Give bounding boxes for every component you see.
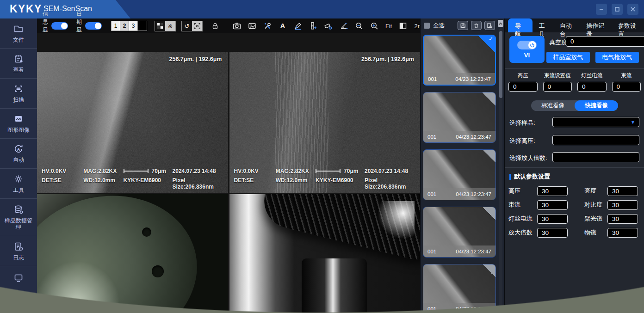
sidebar-item-sample-data[interactable]: 样品数据管理 xyxy=(0,199,37,236)
close-icon xyxy=(630,6,636,12)
add-text-button[interactable]: A xyxy=(277,20,288,31)
param-hv-input[interactable] xyxy=(537,186,568,196)
scroll-up-button[interactable] xyxy=(498,20,503,27)
tab-auto-stage[interactable]: 自动台 xyxy=(556,18,580,32)
thumbnail-item[interactable]: 001 04/23 12:23:47 xyxy=(423,207,496,258)
sidebar-item-log[interactable]: 日志 xyxy=(0,236,37,266)
tools-icon xyxy=(263,21,272,31)
grid-mode-group: ※ xyxy=(155,21,176,31)
preview-images-button[interactable] xyxy=(484,21,495,30)
refresh-scan-button[interactable]: ↺ xyxy=(182,21,192,31)
param-row: 束流 对比度 xyxy=(508,200,642,210)
checker-layout-button[interactable] xyxy=(155,21,165,31)
save-images-button[interactable] xyxy=(458,21,468,30)
quick-imaging-button[interactable]: 快捷看像 xyxy=(575,100,618,111)
param-label-contrast: 对比度 xyxy=(584,201,607,209)
wd-readout: WD:12.0mm xyxy=(276,177,316,190)
beam-input[interactable] xyxy=(612,82,641,92)
split-view-button[interactable] xyxy=(397,20,409,31)
eraser-visibility-button[interactable] xyxy=(323,20,334,31)
stage-camera-view[interactable] xyxy=(37,194,228,313)
thumbnail-caption: 001 04/23 12:23:47 xyxy=(423,245,495,257)
sem-image-2[interactable]: 256.7μm. | 192.6μm HV:0.0KV MAG:2.82KX 7… xyxy=(229,52,421,193)
tab-operation-log[interactable]: 操作记录 xyxy=(582,18,612,32)
close-button[interactable] xyxy=(627,4,638,15)
date-display-toggle[interactable] xyxy=(85,22,102,30)
standard-imaging-button[interactable]: 标准看像 xyxy=(531,100,575,111)
param-label-brightness: 亮度 xyxy=(584,187,607,195)
filament-input[interactable] xyxy=(577,82,607,92)
param-objective-input[interactable] xyxy=(607,228,638,238)
sidebar-item-files[interactable]: 文件 xyxy=(0,18,37,49)
param-magnification-input[interactable] xyxy=(537,228,568,238)
image-adjust-button[interactable] xyxy=(247,20,258,31)
tab-tools[interactable]: 工具 xyxy=(534,18,553,32)
measure-button[interactable] xyxy=(308,20,319,31)
chamber-highlight xyxy=(376,201,415,241)
sidebar-item-more[interactable] xyxy=(0,266,37,313)
param-brightness-input[interactable] xyxy=(607,186,638,196)
sidebar-item-scan[interactable]: 扫描 xyxy=(0,79,37,109)
beam-set-input[interactable] xyxy=(543,82,572,92)
thumbnail-caption: 001 04/23 12:23:47 xyxy=(423,188,495,200)
scan-icon xyxy=(13,84,24,94)
capture-photo-button[interactable] xyxy=(231,20,242,31)
scale-bar-value: 70μm xyxy=(152,168,166,174)
dot-grid-button[interactable]: ※ xyxy=(165,21,175,31)
tools-button[interactable] xyxy=(262,20,273,31)
fit-button[interactable]: Fit xyxy=(385,23,392,30)
sidebar-item-images[interactable]: 图形图像 xyxy=(0,109,37,139)
param-beam-input[interactable] xyxy=(537,200,568,210)
thumbnail-item[interactable]: 001 04/23 12:23:47 xyxy=(423,92,496,143)
select-hv-field[interactable] xyxy=(552,135,639,145)
sem-image-1[interactable]: 256.7μm. | 192.6μm HV:0.0KV MAG:2.82KX 7… xyxy=(37,52,228,193)
vi-power-card[interactable]: VI xyxy=(509,36,545,63)
maximize-button[interactable] xyxy=(612,4,623,15)
stage-hole xyxy=(142,227,151,237)
tab-navigation[interactable]: 导航 xyxy=(508,18,533,32)
gear-icon xyxy=(13,174,24,184)
zoom-out-button[interactable] xyxy=(353,20,365,31)
check-icon: ✓ xyxy=(489,36,493,42)
lock-button[interactable] xyxy=(210,20,221,31)
param-filament-input[interactable] xyxy=(537,214,568,224)
scale-bar-value: 70μm xyxy=(344,168,358,174)
eraser-eye-icon xyxy=(324,21,333,31)
vi-toggle[interactable] xyxy=(517,41,537,49)
view-3-button[interactable]: 3 xyxy=(129,21,138,31)
select-mag-field[interactable] xyxy=(552,152,639,162)
view-1-button[interactable]: 1 xyxy=(111,21,120,31)
vent-gun-button[interactable]: 电气枪放气 xyxy=(595,52,639,63)
hv-input[interactable] xyxy=(508,82,538,92)
sidebar-item-auto[interactable]: A 自动 xyxy=(0,139,37,169)
sidebar-item-tools[interactable]: 工具 xyxy=(0,169,37,199)
vacuum-input[interactable] xyxy=(566,36,644,47)
view-4-button[interactable] xyxy=(138,21,147,31)
corner-fold xyxy=(483,150,495,163)
view-2-button[interactable]: 2 xyxy=(120,21,129,31)
select-sample-dropdown[interactable]: ▼ xyxy=(552,117,639,127)
param-contrast-input[interactable] xyxy=(607,200,638,210)
thumbnail-item[interactable]: 001 04/23 12:23:47 xyxy=(423,149,496,200)
minimize-button[interactable] xyxy=(596,4,607,15)
stage-hole xyxy=(152,265,164,277)
scrollbar-thumb[interactable] xyxy=(499,31,502,98)
thumbnail-item[interactable]: ✓ 001 04/23 12:23:47 xyxy=(423,35,496,86)
param-row: 灯丝电流 聚光镜 xyxy=(508,214,642,224)
zoom-in-button[interactable] xyxy=(369,20,380,31)
chamber-camera-view[interactable] xyxy=(229,194,421,313)
sidebar-item-view[interactable]: 查看 xyxy=(0,49,37,79)
angle-measure-button[interactable] xyxy=(338,20,349,31)
tab-parameter-settings[interactable]: 参数设置 xyxy=(614,18,644,32)
focus-frame-icon xyxy=(194,23,201,30)
vent-chamber-button[interactable]: 样品室放气 xyxy=(546,52,590,63)
scrollbar-track[interactable] xyxy=(499,28,502,310)
annotate-pen-button[interactable] xyxy=(292,20,303,31)
focus-frame-button[interactable] xyxy=(192,21,202,31)
delete-images-button[interactable] xyxy=(471,21,482,30)
param-row: 高压 亮度 xyxy=(508,186,642,196)
info-display-toggle[interactable] xyxy=(51,22,68,30)
thumbnail-item[interactable]: 001 04/23 12:23:47 xyxy=(423,264,496,313)
param-condenser-input[interactable] xyxy=(607,214,638,224)
select-all-checkbox[interactable] xyxy=(424,23,430,29)
